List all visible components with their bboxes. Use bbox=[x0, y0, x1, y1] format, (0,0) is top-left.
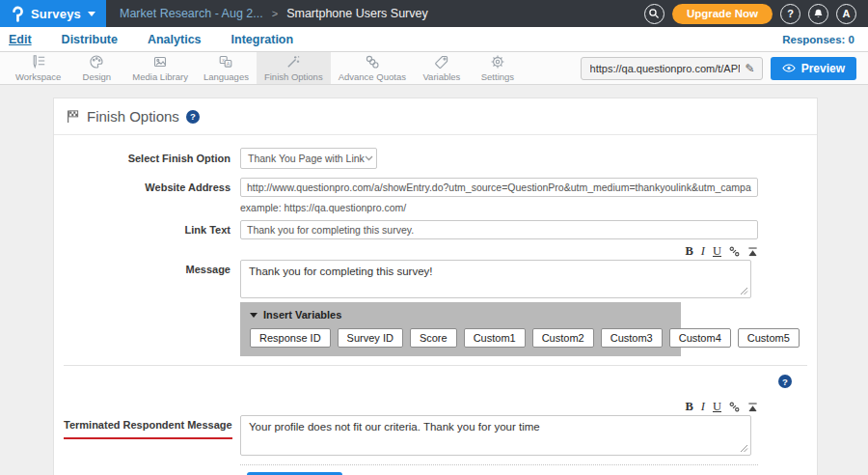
link-text-label: Link Text bbox=[64, 220, 231, 239]
underline-button[interactable]: U bbox=[713, 245, 721, 257]
variable-buttons: Response ID Survey ID Score Custom1 Cust… bbox=[250, 328, 671, 348]
variable-button-custom3[interactable]: Custom3 bbox=[601, 328, 663, 348]
link-text-input[interactable] bbox=[240, 220, 758, 239]
insert-variables-panel: Insert Variables Response ID Survey ID S… bbox=[240, 302, 681, 356]
tool-workspace[interactable]: Workspace bbox=[8, 52, 68, 84]
page-title: Finish Options bbox=[87, 108, 179, 125]
finish-options-card: Finish Options ? Select Finish Option Th… bbox=[53, 98, 818, 475]
terminated-help-button[interactable]: ? bbox=[778, 375, 792, 388]
tool-finish-options[interactable]: Finish Options bbox=[257, 52, 331, 84]
variable-button-survey-id[interactable]: Survey ID bbox=[338, 328, 403, 348]
svg-text:A: A bbox=[227, 61, 231, 67]
insert-variables-row: Insert Variables Response ID Survey ID S… bbox=[54, 298, 817, 356]
wand-icon bbox=[285, 54, 301, 70]
bell-icon bbox=[813, 8, 824, 19]
insert-link-button[interactable] bbox=[729, 402, 740, 412]
topbar-actions: Upgrade Now ? A bbox=[644, 0, 868, 27]
underline-button[interactable]: U bbox=[713, 401, 721, 412]
tab-analytics[interactable]: Analytics bbox=[148, 33, 202, 46]
terminated-help-row: ? bbox=[54, 366, 817, 388]
search-icon bbox=[648, 8, 660, 19]
finish-option-row: Select Finish Option Thank You Page with… bbox=[54, 148, 817, 169]
italic-button[interactable]: I bbox=[701, 245, 705, 257]
notifications-button[interactable] bbox=[808, 4, 828, 24]
tab-distribute[interactable]: Distribute bbox=[62, 33, 118, 46]
website-address-row: Website Address example: https://qa.ques… bbox=[54, 178, 817, 213]
breadcrumb-folder[interactable]: Market Research - Aug 2... bbox=[120, 7, 263, 20]
chevron-down-icon bbox=[88, 12, 95, 16]
card-header: Finish Options ? bbox=[54, 98, 817, 135]
insert-image-button[interactable] bbox=[747, 246, 758, 257]
message-label: Message bbox=[64, 260, 231, 279]
gear-icon bbox=[490, 54, 505, 70]
tab-integration[interactable]: Integration bbox=[231, 33, 294, 46]
variable-button-custom4[interactable]: Custom4 bbox=[669, 328, 731, 348]
variable-button-custom5[interactable]: Custom5 bbox=[738, 328, 800, 348]
tool-advance-quotas[interactable]: Advance Quotas bbox=[331, 52, 414, 84]
toolbar-right: ✎ Preview bbox=[581, 52, 868, 84]
tool-settings[interactable]: Settings bbox=[470, 52, 526, 84]
upgrade-button[interactable]: Upgrade Now bbox=[672, 4, 773, 24]
translate-icon: xA bbox=[218, 54, 233, 70]
website-address-hint: example: https://qa.questionpro.com/ bbox=[240, 202, 817, 213]
chain-icon bbox=[365, 54, 380, 70]
insert-image-button[interactable] bbox=[747, 402, 758, 412]
insert-variables-toggle[interactable]: Insert Variables bbox=[250, 309, 671, 321]
bold-button[interactable]: B bbox=[685, 401, 692, 412]
breadcrumb-separator: > bbox=[272, 8, 278, 19]
message-row: Message Thank you for completing this su… bbox=[54, 260, 817, 298]
checkered-flag-icon bbox=[66, 109, 80, 124]
terminated-message-label: Terminated Respondent Message bbox=[64, 415, 231, 439]
tool-variables[interactable]: Variables bbox=[414, 52, 470, 84]
terminated-message-row: Terminated Respondent Message Your profi… bbox=[54, 415, 817, 456]
edit-url-icon[interactable]: ✎ bbox=[744, 62, 762, 75]
finish-option-label: Select Finish Option bbox=[64, 148, 231, 169]
tool-design[interactable]: Design bbox=[68, 52, 124, 84]
tag-icon bbox=[434, 54, 449, 70]
questionpro-logo-icon bbox=[11, 6, 24, 22]
resize-handle-icon[interactable] bbox=[740, 444, 748, 453]
website-address-input[interactable] bbox=[240, 178, 758, 197]
terminated-editor-toolbar-row: B I U bbox=[54, 400, 817, 413]
message-editor-toolbar-row: B I U bbox=[54, 244, 817, 258]
svg-text:x: x bbox=[223, 57, 226, 63]
bold-button[interactable]: B bbox=[685, 245, 692, 257]
finish-option-select[interactable]: Thank You Page with Link bbox=[240, 148, 377, 169]
insert-link-button[interactable] bbox=[729, 246, 740, 257]
tab-edit[interactable]: Edit bbox=[9, 33, 32, 46]
terminated-message-textarea[interactable]: Your profile does not fit our criteria. … bbox=[240, 415, 751, 456]
product-name: Surveys bbox=[31, 7, 81, 21]
variable-button-response-id[interactable]: Response ID bbox=[250, 328, 331, 348]
rich-text-toolbar: B I U bbox=[240, 244, 758, 258]
preview-button[interactable]: Preview bbox=[771, 57, 856, 80]
avatar[interactable]: A bbox=[836, 4, 856, 24]
save-row: Save Changes bbox=[240, 464, 758, 475]
help-button[interactable]: ? bbox=[780, 4, 800, 24]
chevron-down-icon bbox=[365, 155, 373, 161]
edit-toolbar: Workspace Design Media Library xA Langua… bbox=[0, 52, 868, 85]
website-address-label: Website Address bbox=[64, 178, 231, 197]
content-area: Finish Options ? Select Finish Option Th… bbox=[0, 85, 868, 475]
survey-url-input[interactable] bbox=[582, 63, 744, 74]
breadcrumb: Market Research - Aug 2... > Smartphone … bbox=[120, 0, 428, 27]
variable-button-score[interactable]: Score bbox=[410, 328, 457, 348]
product-switcher[interactable]: Surveys bbox=[0, 0, 106, 27]
survey-url-box: ✎ bbox=[581, 57, 763, 80]
variable-button-custom1[interactable]: Custom1 bbox=[464, 328, 526, 348]
main-nav: Edit Distribute Analytics Integration Re… bbox=[0, 27, 868, 52]
pencil-list-icon bbox=[31, 54, 46, 70]
responses-count[interactable]: Responses: 0 bbox=[782, 34, 854, 45]
breadcrumb-survey-title: Smartphone Users Survey bbox=[286, 7, 428, 20]
eye-icon bbox=[782, 63, 796, 73]
app-root: Surveys Market Research - Aug 2... > Sma… bbox=[0, 0, 868, 475]
message-textarea[interactable]: Thank you for completing this survey! bbox=[240, 260, 751, 298]
tool-languages[interactable]: xA Languages bbox=[196, 52, 257, 84]
finish-options-help-button[interactable]: ? bbox=[186, 110, 200, 124]
search-button[interactable] bbox=[644, 4, 665, 24]
variable-button-custom2[interactable]: Custom2 bbox=[532, 328, 594, 348]
collapse-triangle-icon bbox=[250, 313, 258, 318]
palette-icon bbox=[89, 54, 104, 70]
tool-media-library[interactable]: Media Library bbox=[124, 52, 196, 84]
italic-button[interactable]: I bbox=[701, 401, 705, 412]
resize-handle-icon[interactable] bbox=[740, 287, 748, 295]
